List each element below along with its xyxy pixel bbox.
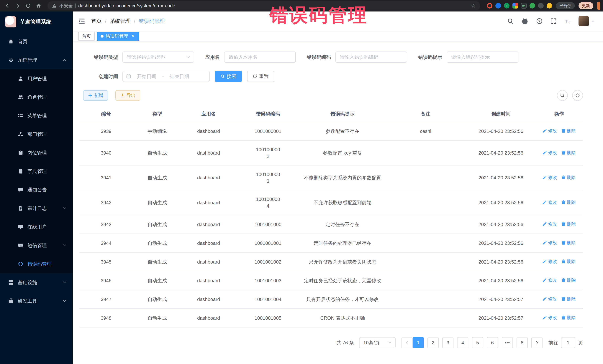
goto-page-input[interactable] xyxy=(561,337,575,348)
edit-button[interactable]: 修改 xyxy=(542,149,557,156)
table-row[interactable]: 3946自动生成dashboard1001001003定时任务已经处于该状态，无… xyxy=(79,271,583,290)
page-button-ellipsis[interactable]: ••• xyxy=(502,337,513,348)
sidebar-item-1[interactable]: 系统管理 xyxy=(0,51,73,69)
type-select[interactable]: 请选择错误码类型 xyxy=(122,52,194,63)
paused-badge[interactable]: 已暂停 xyxy=(556,2,575,9)
bookmark-star-icon[interactable]: ☆ xyxy=(471,3,476,9)
page-size-select[interactable]: 10条/页 xyxy=(359,337,395,348)
home-icon[interactable] xyxy=(34,1,43,10)
table-row[interactable]: 3942自动生成dashboard100100000 4不允许获取敏感配置到前端… xyxy=(79,190,583,215)
sidebar-item-2[interactable]: 用户管理 xyxy=(0,69,73,88)
add-button[interactable]: 新增 xyxy=(83,90,108,101)
start-date-input[interactable] xyxy=(133,74,160,79)
edit-button[interactable]: 修改 xyxy=(542,199,557,206)
sidebar-item-4[interactable]: 菜单管理 xyxy=(0,106,73,125)
next-page-button[interactable] xyxy=(531,337,543,348)
delete-button[interactable]: 删除 xyxy=(561,199,576,206)
font-size-icon[interactable]: TT xyxy=(564,18,571,24)
delete-button[interactable]: 删除 xyxy=(561,240,576,246)
edit-button[interactable]: 修改 xyxy=(542,174,557,181)
column-header-0[interactable]: 编号 xyxy=(79,106,133,121)
sidebar-item-6[interactable]: 岗位管理 xyxy=(0,143,73,162)
extension-blue-icon[interactable] xyxy=(495,3,501,9)
reload-icon[interactable] xyxy=(24,1,33,10)
column-header-6[interactable]: 创建时间 xyxy=(467,106,535,121)
page-button-6[interactable]: 6 xyxy=(487,337,498,348)
logo-row[interactable]: 芋道管理系统 xyxy=(0,11,73,32)
code-input[interactable] xyxy=(336,52,407,63)
page-button-8[interactable]: 8 xyxy=(517,337,528,348)
delete-button[interactable]: 删除 xyxy=(561,174,576,181)
delete-button[interactable]: 删除 xyxy=(561,258,576,265)
extension-red-icon[interactable] xyxy=(487,3,492,9)
delete-button[interactable]: 删除 xyxy=(561,128,576,134)
reset-button[interactable]: 重置 xyxy=(247,71,274,82)
table-row[interactable]: 3945自动生成dashboard1001001002只允许修改为开启或者关闭状… xyxy=(79,253,583,271)
page-button-4[interactable]: 4 xyxy=(457,337,468,348)
sidebar-item-13[interactable]: 基础设施 xyxy=(0,273,73,292)
table-row[interactable]: 3948自动生成dashboard1001001005CRON 表达式不正确20… xyxy=(79,309,583,328)
edit-button[interactable]: 修改 xyxy=(542,314,557,321)
edit-button[interactable]: 修改 xyxy=(542,128,557,134)
edit-button[interactable]: 修改 xyxy=(542,258,557,265)
column-header-3[interactable]: 错误码编码 xyxy=(235,106,300,121)
delete-button[interactable]: 删除 xyxy=(561,277,576,284)
github-icon[interactable] xyxy=(521,18,528,25)
export-button[interactable]: 导出 xyxy=(116,90,140,101)
breadcrumb-item-0[interactable]: 首页 xyxy=(91,18,102,25)
sidebar-item-11[interactable]: 短信管理 xyxy=(0,236,73,255)
column-header-2[interactable]: 应用名 xyxy=(182,106,235,121)
column-header-1[interactable]: 类型 xyxy=(133,106,182,121)
table-row[interactable]: 3941自动生成dashboard100100000 3不能删除类型为系统内置的… xyxy=(79,165,583,190)
fullscreen-icon[interactable] xyxy=(550,18,557,24)
msg-input[interactable] xyxy=(447,52,518,63)
extension-grid-icon[interactable] xyxy=(512,3,518,9)
extension-on-badge[interactable]: on xyxy=(521,3,527,9)
table-row[interactable]: 3947自动生成dashboard1001001004只有开启状态的任务，才可以… xyxy=(79,290,583,309)
sidebar-item-10[interactable]: 在线用户 xyxy=(0,218,73,236)
sidebar-item-3[interactable]: 角色管理 xyxy=(0,88,73,106)
back-icon[interactable] xyxy=(3,1,12,10)
update-button[interactable]: 更新 xyxy=(579,2,593,9)
tab-close-icon[interactable]: × xyxy=(130,33,135,39)
edit-button[interactable]: 修改 xyxy=(542,240,557,246)
end-date-input[interactable] xyxy=(166,74,193,79)
refresh-button[interactable] xyxy=(572,90,583,101)
page-button-1[interactable]: 1 xyxy=(413,337,424,348)
edit-button[interactable]: 修改 xyxy=(542,277,557,284)
column-header-7[interactable]: 操作 xyxy=(535,106,583,121)
table-row[interactable]: 3940自动生成dashboard100100000 2参数配置 key 重复2… xyxy=(79,141,583,165)
breadcrumb-item-1[interactable]: 系统管理 xyxy=(110,18,131,25)
extension-paw-icon[interactable] xyxy=(538,3,544,9)
table-row[interactable]: 3944自动生成dashboard1001001001定时任务的处理器已经存在2… xyxy=(79,234,583,253)
prev-page-button[interactable] xyxy=(402,337,413,348)
breadcrumb-item-2[interactable]: 错误码管理 xyxy=(139,18,165,25)
page-button-2[interactable]: 2 xyxy=(428,337,439,348)
toggle-search-button[interactable] xyxy=(557,90,568,101)
delete-button[interactable]: 删除 xyxy=(561,149,576,156)
browser-profile-avatar[interactable] xyxy=(597,2,600,10)
table-row[interactable]: 3943自动生成dashboard1001001000定时任务不存在2021-0… xyxy=(79,215,583,234)
search-button[interactable]: 搜索 xyxy=(215,71,242,82)
tab-1[interactable]: 错误码管理× xyxy=(97,32,139,41)
app-input[interactable] xyxy=(224,52,296,63)
sidebar-item-0[interactable]: 首页 xyxy=(0,32,73,51)
table-row[interactable]: 3939手动编辑dashboard1001000001参数配置不存在ceshi2… xyxy=(79,122,583,141)
help-icon[interactable]: ? xyxy=(536,18,543,24)
sidebar-item-12[interactable]: 错误码管理 xyxy=(0,255,73,273)
sidebar-item-7[interactable]: 字典管理 xyxy=(0,162,73,180)
extension-check-icon[interactable]: ✓ xyxy=(504,3,510,9)
delete-button[interactable]: 删除 xyxy=(561,296,576,302)
profile-emoji-icon[interactable] xyxy=(547,3,552,9)
delete-button[interactable]: 删除 xyxy=(561,314,576,321)
sidebar-item-14[interactable]: 研发工具 xyxy=(0,292,73,310)
page-button-3[interactable]: 3 xyxy=(442,337,453,348)
user-menu[interactable] xyxy=(579,16,595,26)
column-header-5[interactable]: 备注 xyxy=(385,106,467,121)
tab-0[interactable]: 首页 xyxy=(78,32,95,41)
delete-button[interactable]: 删除 xyxy=(561,221,576,227)
page-button-5[interactable]: 5 xyxy=(472,337,483,348)
sidebar-item-9[interactable]: 审计日志 xyxy=(0,199,73,218)
column-header-4[interactable]: 错误码提示 xyxy=(300,106,384,121)
extension-green-icon[interactable] xyxy=(530,3,535,9)
